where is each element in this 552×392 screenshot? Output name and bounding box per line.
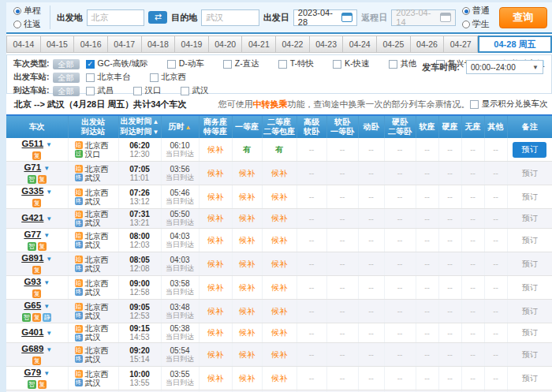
expand-arrow-icon[interactable]: ▼ xyxy=(46,346,52,353)
checkbox-icon xyxy=(86,60,95,69)
filter-option-checkbox[interactable]: 武昌 xyxy=(86,85,114,96)
train-row: G71▼智复始北京西终武汉07:0511:0103:56当日到达候补候补候补--… xyxy=(6,162,552,185)
expand-arrow-icon[interactable]: ▼ xyxy=(46,141,52,148)
action-cell: 预订 xyxy=(507,323,552,343)
filter-option-checkbox[interactable]: 其他 xyxy=(389,58,417,69)
calendar-icon[interactable] xyxy=(341,13,352,22)
date-tab[interactable]: 04-26 xyxy=(411,35,445,53)
train-no-cell: G689▼复 xyxy=(6,343,68,367)
date-tab[interactable]: 04-19 xyxy=(175,35,209,53)
train-row: G79▼智复始北京西终武汉10:0013:5503:55当日到达候补候补候补--… xyxy=(6,367,552,390)
column-header[interactable]: 出发时间▲到达时间▼ xyxy=(118,116,161,138)
date-tab[interactable]: 04-24 xyxy=(343,35,377,53)
train-number-link[interactable]: G891 xyxy=(21,253,43,263)
filter-option-checkbox[interactable]: T-特快 xyxy=(278,58,314,69)
expand-arrow-icon[interactable]: ▼ xyxy=(43,279,50,286)
date-tab-selected[interactable]: 04-28 周五 xyxy=(478,35,552,53)
date-tab[interactable]: 04-14 xyxy=(6,35,41,53)
other-seat-cell: -- xyxy=(484,323,507,343)
filter-all-button[interactable]: 全部 xyxy=(53,59,80,69)
other-seat-cell: -- xyxy=(484,229,507,252)
premier-soft-sleeper-cell: -- xyxy=(297,185,326,209)
soft-sleeper-cell: -- xyxy=(326,276,358,300)
from-input[interactable]: 北京 xyxy=(87,9,145,26)
filter-option-checkbox[interactable]: K-快速 xyxy=(333,58,370,69)
train-no-cell: G71▼智复 xyxy=(6,162,68,185)
station-name: 北京西 xyxy=(85,189,109,197)
train-number-link[interactable]: G93 xyxy=(24,277,41,286)
filter-option-checkbox[interactable]: 武汉 xyxy=(181,85,209,96)
expand-arrow-icon[interactable]: ▼ xyxy=(43,232,50,239)
ev-sleeper-cell: -- xyxy=(358,185,384,209)
soft-seat-cell: -- xyxy=(416,367,438,390)
other-seat-cell: -- xyxy=(484,185,507,209)
student-passenger-radio[interactable]: 学生 xyxy=(462,18,490,30)
book-button[interactable]: 预订 xyxy=(513,142,546,158)
train-number-link[interactable]: G689 xyxy=(21,344,43,353)
train-number-link[interactable]: G511 xyxy=(22,139,44,148)
stations-cell: 始北京西终武汉 xyxy=(68,367,118,390)
expand-arrow-icon[interactable]: ▼ xyxy=(46,215,52,222)
date-tab[interactable]: 04-23 xyxy=(310,35,344,53)
column-header[interactable]: 历时▲ xyxy=(161,116,199,138)
date-tab[interactable]: 04-15 xyxy=(41,35,75,53)
hard-sleeper-cell: -- xyxy=(384,343,416,367)
show-points-trains-checkbox[interactable]: 显示积分兑换车次 xyxy=(470,99,548,110)
depart-station-icon: 始 xyxy=(75,279,83,287)
train-number-link[interactable]: G79 xyxy=(24,368,41,377)
train-number-link[interactable]: G335 xyxy=(21,186,43,196)
expand-arrow-icon[interactable]: ▼ xyxy=(46,189,52,196)
filter-option-checkbox[interactable]: 北京丰台 xyxy=(86,72,131,83)
date-tab[interactable]: 04-25 xyxy=(377,35,411,53)
date-tab[interactable]: 04-17 xyxy=(108,35,142,53)
expand-arrow-icon[interactable]: ▼ xyxy=(43,303,50,310)
roundtrip-radio[interactable]: 往返 xyxy=(13,18,41,30)
checkbox-icon xyxy=(389,60,397,69)
filter-option-checkbox[interactable]: 汉口 xyxy=(133,85,162,96)
station-name: 北京西 xyxy=(85,370,109,379)
transfer-link[interactable]: 中转换乘 xyxy=(253,99,288,109)
train-number-link[interactable]: G71 xyxy=(24,162,41,172)
filter-option-label: D-动车 xyxy=(179,58,204,69)
date-tab[interactable]: 04-27 xyxy=(444,35,478,53)
depart-station-icon: 始 xyxy=(75,232,83,240)
train-number-link[interactable]: G77 xyxy=(24,230,41,239)
to-input[interactable]: 武汉 xyxy=(201,9,259,26)
date-tab[interactable]: 04-21 xyxy=(242,35,276,53)
expand-arrow-icon[interactable]: ▼ xyxy=(46,256,52,263)
filter-option-checkbox[interactable]: Z-直达 xyxy=(223,58,259,69)
arrive-day: 当日到达 xyxy=(162,288,199,297)
premier-soft-sleeper-cell: -- xyxy=(297,343,326,367)
filter-option-checkbox[interactable]: D-动车 xyxy=(167,58,204,69)
hard-sleeper-cell: -- xyxy=(384,138,416,162)
filter-option-checkbox[interactable]: 北京西 xyxy=(150,72,187,83)
main-content: 单程 往返 出发地 北京 ⇄ 目的地 武汉 出发日 2023-04-28 返程日… xyxy=(6,0,552,392)
query-button[interactable]: 查询 xyxy=(499,7,547,28)
expand-arrow-icon[interactable]: ▼ xyxy=(46,330,52,337)
depart-date-value: 2023-04-28 xyxy=(298,8,341,27)
book-disabled-label: 预订 xyxy=(522,328,538,337)
sort-arrow-icon: ▲ xyxy=(185,124,192,131)
oneway-radio[interactable]: 单程 xyxy=(13,5,41,17)
depart-date-input[interactable]: 2023-04-28 xyxy=(293,9,357,26)
depart-time-select[interactable]: 00:00--24:00 ▼ xyxy=(466,60,543,74)
date-tab[interactable]: 04-18 xyxy=(142,35,176,53)
date-tab[interactable]: 04-16 xyxy=(74,35,108,53)
stations-cell: 始北京西终武汉 xyxy=(68,300,118,323)
hard-seat-cell: -- xyxy=(438,367,461,390)
other-seat-cell: -- xyxy=(484,209,507,229)
filter-option-checkbox[interactable]: GC-高铁/城际 xyxy=(86,58,148,69)
train-number-link[interactable]: G65 xyxy=(24,301,41,310)
date-tab[interactable]: 04-20 xyxy=(209,35,243,53)
page-top-border xyxy=(0,0,552,2)
train-number-link[interactable]: G401 xyxy=(21,327,43,337)
filter-all-button[interactable]: 全部 xyxy=(53,73,80,83)
swap-stations-icon[interactable]: ⇄ xyxy=(148,11,167,24)
normal-passenger-radio[interactable]: 普通 xyxy=(462,5,490,17)
train-number-link[interactable]: G421 xyxy=(21,213,43,222)
expand-arrow-icon[interactable]: ▼ xyxy=(43,165,50,172)
depart-time: 08:00 xyxy=(119,232,161,241)
filter-all-button[interactable]: 全部 xyxy=(53,86,80,96)
date-tab[interactable]: 04-22 xyxy=(276,35,310,53)
expand-arrow-icon[interactable]: ▼ xyxy=(43,370,50,377)
